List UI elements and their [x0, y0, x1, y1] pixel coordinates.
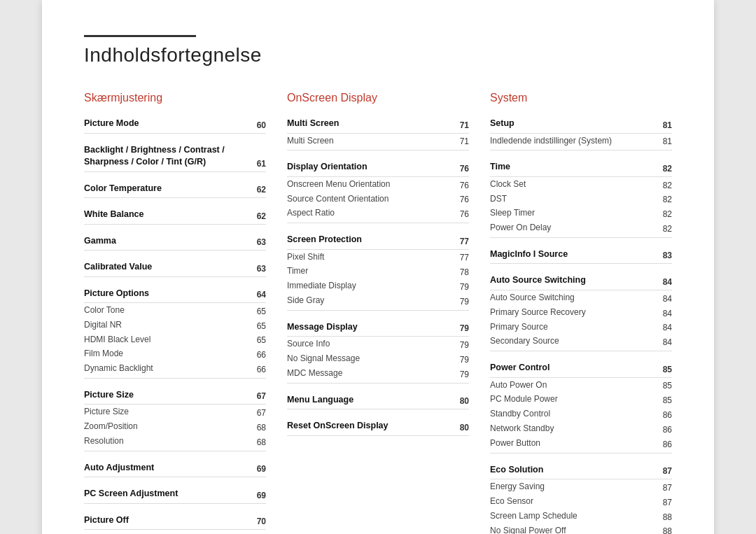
entry-label: Sleep Timer — [490, 207, 658, 219]
entry-page: 84 — [658, 309, 672, 318]
entry-label: Calibrated Value — [84, 261, 252, 274]
page-title: Indholdsfortegnelse — [84, 44, 672, 66]
entry-page: 76 — [455, 195, 469, 204]
entry-label: Timer — [287, 265, 455, 277]
entry-page: 85 — [658, 381, 672, 391]
entry-label: Eco Solution — [490, 464, 658, 477]
entry-page: 80 — [455, 423, 469, 433]
toc-entry-2-5-2: Eco Sensor87 — [490, 494, 672, 509]
toc-entry-0-0-0: Picture Mode60 — [84, 114, 266, 134]
toc-entry-2-1-2: DST82 — [490, 192, 672, 206]
entry-label: Power Button — [490, 437, 658, 449]
entry-label: Message Display — [287, 321, 455, 334]
toc-entry-1-1-0: Display Orientation76 — [287, 157, 469, 177]
column-col2: OnScreen DisplayMulti Screen71Multi Scre… — [287, 92, 490, 534]
entry-page: 84 — [658, 277, 672, 287]
entry-label: Standby Control — [490, 408, 658, 420]
entry-page: 62 — [252, 211, 266, 221]
entry-page: 79 — [455, 355, 469, 365]
entry-page: 66 — [252, 365, 266, 374]
entry-page: 66 — [252, 350, 266, 360]
entry-label: Source Content Orientation — [287, 193, 455, 205]
toc-entry-2-2-0: MagicInfo I Source83 — [490, 245, 672, 265]
column-col3: SystemSetup81Indledende indstillinger (S… — [490, 92, 672, 534]
toc-entry-1-5-0: Reset OnScreen Display80 — [287, 416, 469, 436]
title-bar — [84, 35, 196, 37]
entry-label: Dynamic Backlight — [84, 363, 252, 374]
toc-entry-2-1-0: Time82 — [490, 157, 672, 177]
entry-page: 87 — [658, 466, 672, 476]
toc-entry-2-5-1: Energy Saving87 — [490, 479, 672, 494]
entry-label: PC Module Power — [490, 393, 658, 405]
entry-page: 63 — [252, 237, 266, 247]
entry-page: 79 — [455, 340, 469, 350]
entry-label: Time — [490, 161, 658, 174]
entry-label: Auto Source Switching — [490, 274, 658, 287]
entry-label: Clock Set — [490, 178, 658, 190]
entry-page: 76 — [455, 164, 469, 174]
entry-page: 84 — [658, 323, 672, 332]
entry-page: 80 — [455, 396, 469, 406]
entry-label: Multi Screen — [287, 135, 455, 147]
entry-label: Pixel Shift — [287, 251, 455, 263]
toc-entry-2-3-0: Auto Source Switching84 — [490, 271, 672, 290]
entry-page: 88 — [658, 526, 672, 534]
toc-entry-0-6-1: Color Tone65 — [84, 303, 266, 318]
toc-entry-1-1-3: Aspect Ratio76 — [287, 206, 469, 223]
entry-page: 87 — [658, 483, 672, 493]
entry-page: 79 — [455, 297, 469, 307]
toc-entry-0-7-3: Resolution68 — [84, 434, 266, 451]
toc-entry-2-4-2: PC Module Power85 — [490, 392, 672, 407]
entry-page: 79 — [455, 282, 469, 292]
toc-entry-2-4-5: Power Button86 — [490, 436, 672, 454]
entry-page: 68 — [252, 437, 266, 447]
entry-label: Reset OnScreen Display — [287, 420, 455, 433]
entry-label: Color Tone — [84, 304, 252, 316]
entry-page: 79 — [455, 323, 469, 333]
entry-page: 81 — [658, 136, 672, 146]
columns-container: SkærmjusteringPicture Mode60Backlight / … — [84, 92, 672, 534]
entry-label: Backlight / Brightness / Contrast /Sharp… — [84, 144, 252, 169]
toc-entry-2-5-3: Screen Lamp Schedule88 — [490, 509, 672, 524]
toc-entry-1-4-0: Menu Language80 — [287, 391, 469, 410]
entry-label: Picture Mode — [84, 118, 252, 130]
toc-entry-1-2-3: Immediate Display79 — [287, 279, 469, 293]
toc-entry-1-2-4: Side Gray79 — [287, 293, 469, 311]
entry-page: 67 — [252, 391, 266, 401]
toc-entry-1-2-1: Pixel Shift77 — [287, 250, 469, 265]
entry-page: 79 — [455, 370, 469, 379]
toc-entry-2-3-2: Primary Source Recovery84 — [490, 305, 672, 320]
entry-label: Picture Size — [84, 389, 252, 402]
entry-label: Immediate Display — [287, 280, 455, 292]
toc-entry-1-0-1: Multi Screen71 — [287, 134, 469, 151]
entry-page: 82 — [658, 164, 672, 174]
toc-entry-2-3-4: Secondary Source84 — [490, 334, 672, 351]
entry-label: Setup — [490, 118, 658, 130]
entry-page: 81 — [658, 120, 672, 130]
toc-entry-0-6-0: Picture Options64 — [84, 284, 266, 304]
entry-page: 83 — [658, 251, 672, 260]
toc-entry-2-3-3: Primary Source84 — [490, 320, 672, 335]
entry-label: PC Screen Adjustment — [84, 488, 252, 500]
toc-entry-1-1-1: Onscreen Menu Orientation76 — [287, 177, 469, 192]
toc-entry-2-4-0: Power Control85 — [490, 358, 672, 378]
entry-label: Energy Saving — [490, 481, 658, 493]
entry-label: Power Control — [490, 362, 658, 374]
entry-page: 88 — [658, 512, 672, 522]
toc-entry-2-4-1: Auto Power On85 — [490, 378, 672, 393]
section-title-col1: Skærmjustering — [84, 92, 266, 104]
entry-label: Secondary Source — [490, 335, 658, 347]
toc-entry-2-1-1: Clock Set82 — [490, 177, 672, 192]
entry-page: 65 — [252, 321, 266, 331]
entry-label: Menu Language — [287, 394, 455, 407]
toc-entry-1-3-1: Source Info79 — [287, 337, 469, 351]
entry-label: Resolution — [84, 435, 252, 447]
toc-entry-0-6-5: Dynamic Backlight66 — [84, 361, 266, 379]
entry-label: Network Standby — [490, 423, 658, 435]
entry-page: 84 — [658, 337, 672, 347]
entry-label: Aspect Ratio — [287, 207, 455, 219]
entry-label: White Balance — [84, 209, 252, 221]
entry-label: Film Mode — [84, 348, 252, 360]
entry-page: 71 — [455, 136, 469, 146]
entry-page: 82 — [658, 195, 672, 204]
